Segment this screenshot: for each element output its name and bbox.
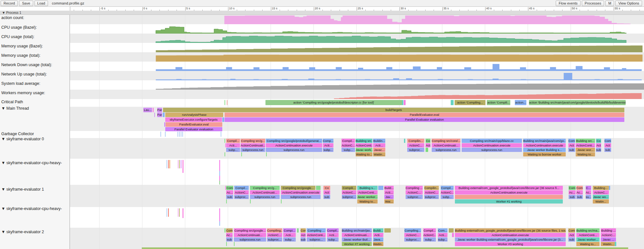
save-button[interactable]: Save <box>19 1 33 6</box>
skyframe-evaluator-1-slice[interactable]: subproc... <box>424 195 439 199</box>
skyframe-evaluator-1-slice[interactable]: Jav... <box>384 195 394 199</box>
event-tick[interactable] <box>179 208 180 217</box>
skyframe-evaluator-2-slice[interactable]: Waiting to... <box>576 242 600 246</box>
skyframe-evaluator-1-slice[interactable] <box>250 199 251 204</box>
skyframe-evaluator-0-slice[interactable]: subprocess.run <box>241 148 265 152</box>
skyframe-evaluator-0-slice[interactable]: subp... <box>323 148 333 152</box>
critical-path-slice[interactable]: action 'Compiling... <box>455 100 485 105</box>
main-thread-slice[interactable] <box>163 113 165 117</box>
skyframe-evaluator-1-slice[interactable]: ActionC... <box>406 190 423 194</box>
skyframe-evaluator-2-slice[interactable]: Act <box>568 233 575 237</box>
skyframe-evaluator-0-slice[interactable]: Javac wor... <box>576 148 595 152</box>
skyframe-evaluator-0-slice[interactable]: ActionConti... <box>356 143 372 147</box>
critical-path-slice[interactable]: action... <box>515 100 526 105</box>
event-tick[interactable] <box>181 160 181 168</box>
skyframe-evaluator-2-slice[interactable]: ActionC... <box>601 233 616 237</box>
skyframe-evaluator-1-slice[interactable]: Com <box>576 186 583 190</box>
skyframe-evaluator-1-slice[interactable]: ActionContinuati... <box>250 190 280 194</box>
skyframe-evaluator-0-slice[interactable] <box>426 148 428 152</box>
skyframe-evaluator-1-slice[interactable]: Act <box>323 190 330 194</box>
skyframe-evaluator-0-slice[interactable]: ActionC... <box>407 143 424 147</box>
skyframe-evaluator-1-slice[interactable]: Compil... <box>234 186 249 190</box>
skyframe-evaluator-0-slice[interactable]: subproc... <box>407 148 424 152</box>
record-button[interactable]: Record <box>1 1 18 6</box>
skyframe-evaluator-2-slice[interactable] <box>226 242 227 246</box>
skyframe-evaluator-2-slice[interactable]: subp... <box>327 237 339 242</box>
event-tick[interactable] <box>181 132 181 137</box>
skyframe-evaluator-2-slice[interactable]: Com... <box>438 228 447 233</box>
main-thread-slice[interactable]: buildTargets <box>163 108 624 112</box>
skyframe-evaluator-1-slice[interactable]: Ac... <box>576 190 583 194</box>
skyframe-evaluator-2-slice[interactable]: Acti... <box>373 233 383 237</box>
sidebar-row-skyframe-evaluator-cpu-heavy[interactable]: ▼ skyframe-evaluator-cpu-heavy- <box>1 206 62 211</box>
skyframe-evaluator-1-slice[interactable] <box>316 186 321 190</box>
event-tick[interactable] <box>160 132 161 137</box>
skyframe-evaluator-0-slice[interactable]: Javac worker Building s... <box>523 148 566 152</box>
critical-path-slice[interactable]: action 'Compiling src/google/protobuf/de… <box>265 100 402 105</box>
event-tick[interactable] <box>179 132 180 137</box>
skyframe-evaluator-2-slice[interactable]: Waitin... <box>601 242 616 246</box>
skyframe-evaluator-1-slice[interactable]: Waiting to... <box>357 199 378 204</box>
skyframe-evaluator-0-slice[interactable]: ActionContinuation.execute <box>462 143 522 147</box>
main-thread-slice[interactable]: Par <box>157 113 162 117</box>
skyframe-evaluator-2-slice[interactable]: Acti... <box>283 233 296 237</box>
skyframe-evaluator-1-slice[interactable]: Build... <box>384 186 394 190</box>
sidebar-row-skyframe-evaluator-2[interactable]: ▼ skyframe-evaluator 2 <box>1 230 44 234</box>
skyframe-evaluator-1-slice[interactable]: Building external/com_google_protobuf/ja… <box>455 186 563 190</box>
skyframe-evaluator-2-slice[interactable]: Com <box>226 228 233 233</box>
skyframe-evaluator-2-slice[interactable] <box>225 228 226 233</box>
chart-sys-load[interactable] <box>70 80 644 90</box>
skyframe-evaluator-2-slice[interactable]: ActionConti... <box>576 233 600 237</box>
critical-path-slice[interactable] <box>402 100 403 105</box>
chart-mem-total[interactable] <box>70 52 644 62</box>
chart-cpu-total[interactable] <box>70 34 644 43</box>
skyframe-evaluator-1-slice[interactable]: ActionC... <box>441 190 454 194</box>
skyframe-evaluator-0-slice[interactable]: Waiting to... <box>356 152 372 156</box>
event-tick[interactable] <box>219 221 220 226</box>
skyframe-evaluator-0-slice[interactable]: Compilin... <box>407 139 424 143</box>
critical-path-slice[interactable] <box>227 100 227 105</box>
skyframe-evaluator-1-slice[interactable]: Javac wo... <box>593 195 609 199</box>
skyframe-evaluator-2-slice[interactable]: Building ... <box>601 228 616 233</box>
skyframe-evaluator-0-slice[interactable] <box>404 139 405 143</box>
skyframe-evaluator-2-slice[interactable]: Buildi... <box>373 228 383 233</box>
main-thread-slice[interactable]: Parallel Evaluator evaluation <box>165 127 222 131</box>
skyframe-evaluator-2-slice[interactable]: sub <box>301 237 306 242</box>
skyframe-evaluator-0-slice[interactable]: Acti... <box>373 143 385 147</box>
skyframe-evaluator-1-slice[interactable]: subproc... <box>234 195 249 199</box>
event-tick[interactable] <box>178 132 178 137</box>
skyframe-evaluator-0-slice[interactable]: Act <box>604 143 611 147</box>
skyframe-evaluator-2-slice[interactable]: Building src/ma... <box>576 228 600 233</box>
sidebar-row-skyframe-evaluator-0[interactable]: ▼ skyframe-evaluator 0 <box>1 137 44 141</box>
skyframe-evaluator-1-slice[interactable]: Com <box>569 186 576 190</box>
skyframe-evaluator-1-slice[interactable]: sub <box>226 195 233 199</box>
main-thread-slice[interactable] <box>154 113 155 117</box>
skyframe-evaluator-2-slice[interactable]: Javac worker... <box>576 237 600 242</box>
skyframe-evaluator-2-slice[interactable]: subp... <box>283 237 296 242</box>
skyframe-evaluator-2-slice[interactable]: Compi... <box>283 228 296 233</box>
process-header[interactable]: ▼ Process 1 <box>0 11 644 15</box>
chart-cpu-bazel[interactable] <box>70 24 644 34</box>
skyframe-evaluator-0-slice[interactable]: Compil... <box>341 139 355 143</box>
sidebar-row-skyframe-evaluator-cpu-heavy[interactable]: ▼ skyframe-evaluator-cpu-heavy- <box>1 161 62 165</box>
event-tick[interactable] <box>165 132 166 137</box>
event-tick[interactable] <box>178 160 178 168</box>
main-thread-slice[interactable]: skyframeExecutor.configureTargets <box>165 117 222 122</box>
skyframe-evaluator-1-slice[interactable]: Worker #1 working <box>455 199 563 204</box>
skyframe-evaluator-1-slice[interactable]: Acti... <box>384 190 394 194</box>
skyframe-evaluator-1-slice[interactable]: Javac worker... <box>357 195 378 199</box>
skyframe-evaluator-0-slice[interactable]: ActionContinuati... <box>241 143 265 147</box>
skyframe-evaluator-2-slice[interactable]: subp... <box>438 237 447 242</box>
skyframe-evaluator-0-slice[interactable]: Comp... <box>323 139 333 143</box>
skyframe-evaluator-0-slice[interactable]: Waiting to... <box>576 152 595 156</box>
skyframe-evaluator-2-slice[interactable]: sub <box>568 237 575 242</box>
skyframe-evaluator-0-slice[interactable] <box>225 143 226 147</box>
critical-path-slice[interactable] <box>451 100 454 105</box>
skyframe-evaluator-0-slice[interactable]: ActionConti... <box>576 143 595 147</box>
skyframe-evaluator-2-slice[interactable]: Waitin... <box>373 242 383 246</box>
skyframe-evaluator-1-slice[interactable]: ActionContinuation.execute <box>455 190 563 194</box>
skyframe-evaluator-1-slice[interactable]: Wai... <box>384 199 394 204</box>
chart-net-down[interactable] <box>70 62 644 71</box>
skyframe-evaluator-0-slice[interactable]: Javac... <box>373 148 385 152</box>
main-thread-slice[interactable] <box>153 108 154 112</box>
